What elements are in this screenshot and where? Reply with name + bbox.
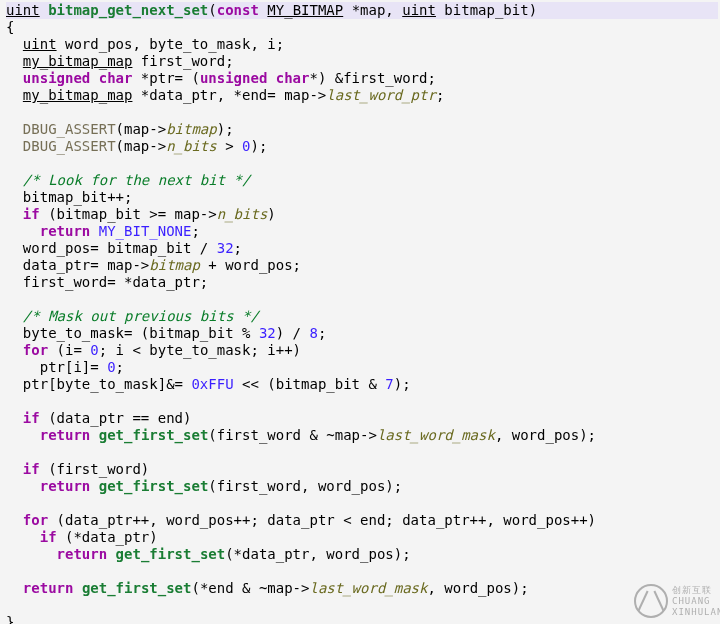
code-token-plain: byte_to_mask= (bitmap_bit % [6,325,259,341]
code-token-const: 0xFFU [191,376,233,392]
code-line [6,444,718,461]
code-token-field: n_bits [217,206,268,222]
code-token-type: unsigned char [200,70,310,86]
code-token-plain [6,410,23,426]
code-line: ptr[byte_to_mask]&= 0xFFU << (bitmap_bit… [6,376,718,393]
code-token-type: const [217,2,259,18]
code-line [6,155,718,172]
code-token-cmt: /* Mask out previous bits */ [23,308,259,324]
code-token-kw: uint [402,2,436,18]
code-line: return get_first_set(*end & ~map->last_w… [6,580,718,597]
code-token-plain: (first_word & ~map-> [208,427,377,443]
code-line: word_pos= bitmap_bit / 32; [6,240,718,257]
code-token-plain: (map-> [116,121,167,137]
code-token-plain [6,291,14,307]
code-line: uint bitmap_get_next_set(const MY_BITMAP… [6,2,718,19]
code-token-plain: ; i < byte_to_mask; i++) [99,342,301,358]
code-line: /* Mask out previous bits */ [6,308,718,325]
code-token-plain: ; [191,223,199,239]
code-token-plain [6,529,40,545]
code-token-plain [6,53,23,69]
code-token-plain: ); [250,138,267,154]
code-token-type: unsigned char [23,70,133,86]
code-block: uint bitmap_get_next_set(const MY_BITMAP… [0,0,720,624]
code-token-plain [6,223,40,239]
code-token-plain [6,546,57,562]
code-token-kw: my_bitmap_map [23,87,133,103]
code-token-plain [6,138,23,154]
code-token-macro: DBUG_ASSERT [23,138,116,154]
code-token-plain: { [6,19,14,35]
code-token-kw: MY_BITMAP [267,2,343,18]
code-token-plain: *map, [343,2,402,18]
code-line [6,393,718,410]
code-line: first_word= *data_ptr; [6,274,718,291]
code-token-plain: *ptr= ( [132,70,199,86]
code-token-plain: first_word; [132,53,233,69]
code-line: for (data_ptr++, word_pos++; data_ptr < … [6,512,718,529]
code-line: if (bitmap_bit >= map->n_bits) [6,206,718,223]
code-line: return get_first_set(*data_ptr, word_pos… [6,546,718,563]
code-token-plain [6,597,14,613]
code-token-plain: } [6,614,14,624]
code-token-kw: uint [23,36,57,52]
code-line: bitmap_bit++; [6,189,718,206]
code-token-const: 0 [107,359,115,375]
code-token-plain: first_word= *data_ptr; [6,274,208,290]
code-line: /* Look for the next bit */ [6,172,718,189]
code-token-plain: (data_ptr++, word_pos++; data_ptr < end;… [48,512,596,528]
code-token-plain [6,580,23,596]
code-token-const: 32 [259,325,276,341]
code-line: if (first_word) [6,461,718,478]
code-line: } [6,614,718,624]
code-line: uint word_pos, byte_to_mask, i; [6,36,718,53]
code-line: my_bitmap_map *data_ptr, *end= map->last… [6,87,718,104]
code-token-plain [6,444,14,460]
code-line: ptr[i]= 0; [6,359,718,376]
code-token-plain [6,36,23,52]
code-token-plain: ptr[i]= [6,359,107,375]
code-token-fn: get_first_set [99,427,209,443]
code-token-plain: (bitmap_bit >= map-> [40,206,217,222]
code-token-plain: ; [116,359,124,375]
code-token-plain: bitmap_bit) [436,2,537,18]
code-token-plain [6,87,23,103]
code-token-macro: DBUG_ASSERT [23,121,116,137]
code-line: return MY_BIT_NONE; [6,223,718,240]
code-token-type: if [23,410,40,426]
code-line: if (*data_ptr) [6,529,718,546]
code-token-plain [6,155,14,171]
code-token-plain: *data_ptr, *end= map-> [132,87,326,103]
code-token-plain [6,478,40,494]
code-token-fn: bitmap_get_next_set [48,2,208,18]
code-token-plain: , word_pos); [495,427,596,443]
code-line: { [6,19,718,36]
code-token-plain [6,172,23,188]
code-token-plain: ); [394,376,411,392]
code-token-plain [107,546,115,562]
code-token-const: 7 [385,376,393,392]
code-token-plain: , word_pos); [427,580,528,596]
code-line [6,291,718,308]
code-line: for (i= 0; i < byte_to_mask; i++) [6,342,718,359]
code-token-plain: ); [217,121,234,137]
code-token-plain: (map-> [116,138,167,154]
code-token-type: return [40,223,91,239]
code-token-plain [90,427,98,443]
code-line: data_ptr= map->bitmap + word_pos; [6,257,718,274]
code-token-plain [6,563,14,579]
code-token-plain [6,206,23,222]
code-line: return get_first_set(first_word & ~map->… [6,427,718,444]
code-token-plain [6,121,23,137]
code-line [6,104,718,121]
code-token-fn: get_first_set [82,580,192,596]
code-token-type: for [23,512,48,528]
code-token-const: 8 [309,325,317,341]
code-token-plain [6,70,23,86]
code-token-plain: + word_pos; [200,257,301,273]
code-token-plain: (first_word, word_pos); [208,478,402,494]
code-line: DBUG_ASSERT(map->bitmap); [6,121,718,138]
code-token-fn: get_first_set [116,546,226,562]
code-token-plain: (*data_ptr) [57,529,158,545]
code-line: byte_to_mask= (bitmap_bit % 32) / 8; [6,325,718,342]
